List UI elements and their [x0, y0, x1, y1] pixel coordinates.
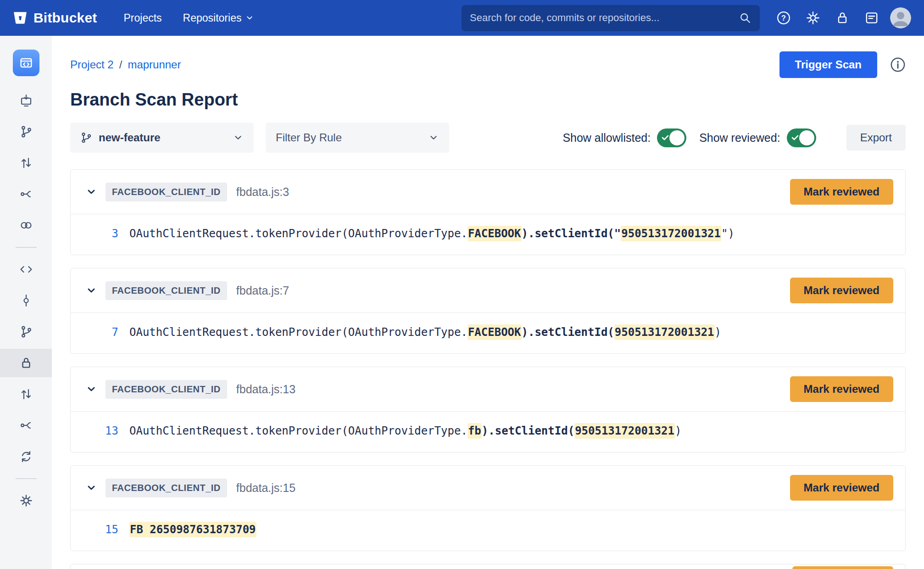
sidebar-item-pipelines[interactable] [19, 218, 33, 232]
line-number: 15 [71, 522, 118, 537]
sidebar-item-branches[interactable] [19, 125, 33, 139]
sidebar-item-commits[interactable] [19, 294, 33, 307]
finding-card: FACEBOOK_CLIENT_ID fbdata.js:15 Mark rev… [70, 465, 906, 551]
export-button[interactable]: Export [846, 125, 906, 151]
rule-badge: FACEBOOK_CLIENT_ID [106, 281, 227, 300]
finding-card: FACEBOOK_CLIENT_ID fbdata.js:3 Mark revi… [70, 169, 906, 255]
feedback-button[interactable] [864, 11, 879, 25]
secret-match-highlight: FACEBOOK [468, 226, 522, 241]
sidebar-item-forks[interactable] [19, 187, 33, 201]
branch-icon [80, 132, 92, 144]
collapse-button[interactable] [84, 481, 98, 495]
help-button[interactable]: ? [776, 11, 791, 25]
chevron-down-icon [245, 13, 254, 22]
svg-text:?: ? [781, 14, 786, 22]
breadcrumb-project-link[interactable]: Project 2 [70, 58, 114, 71]
page-title: Branch Scan Report [70, 90, 906, 110]
sidebar-item-repository[interactable] [13, 50, 39, 76]
navbar-icon-group: ? [776, 11, 879, 25]
primary-nav: Projects Repositories [124, 12, 255, 24]
repo-avatar-icon [18, 55, 34, 71]
toggle-knob [799, 130, 814, 145]
rule-filter-dropdown[interactable]: Filter By Rule [266, 123, 449, 153]
code-line: FB 2650987631873709 [129, 522, 256, 537]
mark-reviewed-button[interactable]: Mark reviewed [790, 376, 893, 402]
help-icon: ? [776, 11, 791, 25]
code-line: OAuthClientRequest.tokenProvider(OAuthPr… [129, 424, 681, 438]
sidebar-item-source[interactable] [19, 262, 33, 276]
sidebar-item-pull-requests[interactable] [19, 156, 33, 170]
toggle-group: Show allowlisted: Show reviewed: [562, 128, 816, 147]
branch-dropdown-value: new-feature [99, 131, 161, 144]
finding-card-header: FACEBOOK_CLIENT_ID fbdata.js:13 Mark rev… [71, 367, 905, 411]
findings-list: FACEBOOK_CLIENT_ID fbdata.js:3 Mark revi… [70, 169, 906, 551]
show-reviewed-toggle[interactable] [787, 128, 816, 147]
sidebar-item-security-scan[interactable] [0, 349, 52, 377]
filter-bar: new-feature Filter By Rule Show allowlis… [70, 123, 906, 153]
mark-reviewed-button[interactable] [792, 566, 893, 569]
info-icon [890, 57, 906, 73]
secret-match-highlight: FB 2650987631873709 [129, 522, 256, 537]
show-allowlisted-toggle[interactable] [657, 128, 686, 147]
avatar[interactable] [890, 7, 911, 28]
mark-reviewed-button[interactable]: Mark reviewed [790, 475, 893, 501]
collapse-button[interactable] [84, 382, 98, 396]
sidebar-item-deployments[interactable] [19, 94, 33, 107]
lock-icon [835, 11, 850, 25]
code-text: ).setClientId(" [522, 227, 621, 240]
avatar-icon [890, 7, 911, 28]
nav-projects[interactable]: Projects [124, 12, 162, 24]
repo-sidebar [0, 36, 52, 569]
chevron-down-icon [85, 186, 97, 198]
mark-reviewed-button[interactable]: Mark reviewed [790, 179, 893, 205]
search-input[interactable] [470, 12, 739, 24]
sidebar-item-settings[interactable] [19, 494, 33, 508]
bitbucket-brand[interactable]: Bitbucket [13, 10, 97, 26]
breadcrumb-repo-link[interactable]: maprunner [128, 58, 181, 71]
code-text: ).setClientId( [522, 326, 614, 339]
security-button[interactable] [835, 11, 850, 25]
code-text: ) [715, 326, 721, 339]
branch-dropdown[interactable]: new-feature [70, 123, 254, 153]
brand-name: Bitbucket [33, 10, 97, 26]
chevron-down-icon [428, 132, 439, 143]
secret-match-highlight: 950513172001321 [621, 226, 721, 241]
line-number: 13 [71, 424, 118, 438]
top-navbar: Bitbucket Projects Repositories ? [0, 0, 924, 36]
breadcrumb-separator: / [119, 58, 122, 71]
global-search[interactable] [462, 5, 760, 31]
finding-location: fbdata.js:15 [236, 481, 295, 495]
lock-icon [19, 356, 33, 370]
bitbucket-logo-icon [13, 11, 28, 25]
info-button[interactable] [890, 57, 906, 73]
collapse-button[interactable] [84, 284, 98, 297]
finding-location: fbdata.js:3 [236, 185, 289, 199]
sidebar-item-pull-requests-list[interactable] [19, 387, 33, 401]
finding-card: FACEBOOK_CLIENT_ID fbdata.js:7 Mark revi… [70, 268, 906, 354]
nav-projects-label: Projects [124, 12, 162, 24]
branch-icon [19, 125, 33, 139]
breadcrumb: Project 2 / maprunner [70, 58, 181, 71]
line-number: 3 [71, 226, 118, 241]
sidebar-item-branches-list[interactable] [19, 325, 33, 339]
chevron-down-icon [85, 383, 97, 395]
settings-button[interactable] [806, 11, 820, 25]
collapse-button[interactable] [84, 185, 98, 199]
sidebar-item-forks-list[interactable] [19, 418, 33, 432]
sidebar-item-sync[interactable] [19, 450, 33, 463]
sidebar-divider [16, 478, 37, 479]
pull-request-icon [19, 156, 33, 170]
commit-icon [19, 294, 33, 307]
rule-badge: FACEBOOK_CLIENT_ID [106, 380, 227, 399]
rule-dropdown-value: Filter By Rule [276, 131, 342, 144]
deployments-icon [19, 94, 33, 107]
code-text: ).setClientId( [482, 424, 574, 437]
search-icon [739, 11, 751, 24]
nav-repositories-label: Repositories [183, 12, 242, 24]
mark-reviewed-button[interactable]: Mark reviewed [790, 278, 893, 303]
trigger-scan-button[interactable]: Trigger Scan [779, 51, 877, 78]
finding-card-partial [70, 564, 906, 569]
fork-icon [19, 187, 33, 201]
nav-repositories[interactable]: Repositories [183, 12, 255, 24]
code-text: ") [721, 227, 735, 240]
